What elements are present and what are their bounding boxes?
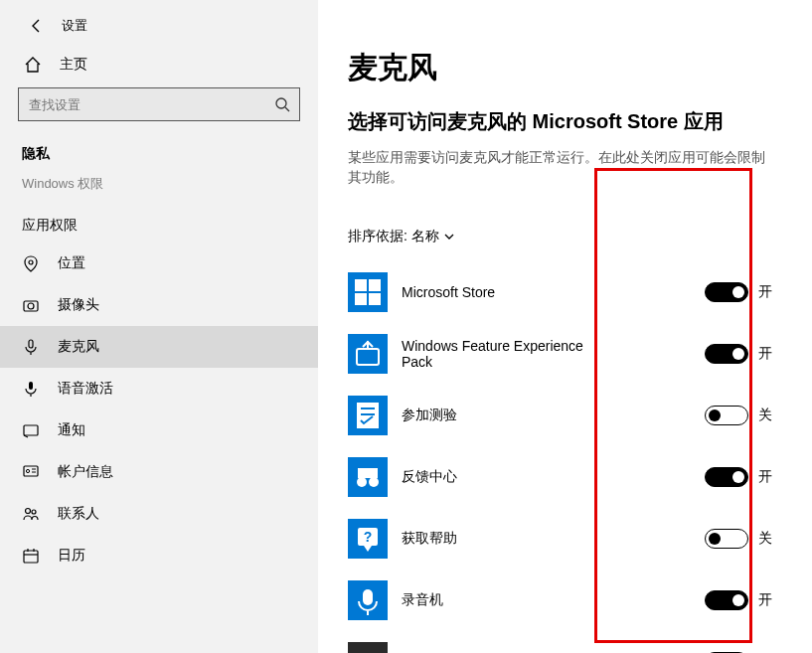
app-icon xyxy=(348,642,388,653)
toggle-cell: 开 xyxy=(705,590,812,610)
sidebar-item-calendar[interactable]: 日历 xyxy=(0,535,318,576)
toggle-switch[interactable] xyxy=(705,282,748,302)
camera-icon xyxy=(22,296,40,314)
svg-line-1 xyxy=(285,107,289,111)
svg-rect-28 xyxy=(358,468,378,478)
toggle-switch[interactable] xyxy=(705,406,748,425)
toggle-cell: 开 xyxy=(705,344,812,364)
app-name: 获取帮助 xyxy=(402,530,610,548)
toggle-state-label: 开 xyxy=(758,283,772,301)
app-icon xyxy=(348,396,388,435)
sidebar-item-label: 麦克风 xyxy=(58,338,99,356)
svg-point-26 xyxy=(357,477,367,487)
app-row: Microsoft Store开 xyxy=(348,261,812,323)
sidebar-item-microphone[interactable]: 麦克风 xyxy=(0,326,318,368)
app-name: Microsoft Store xyxy=(402,284,610,300)
description: 某些应用需要访问麦克风才能正常运行。在此处关闭应用可能会限制其功能。 xyxy=(348,147,765,188)
app-icon xyxy=(348,457,388,497)
svg-rect-22 xyxy=(357,349,379,365)
sidebar-item-voice-activation[interactable]: 语音激活 xyxy=(0,368,318,409)
back-button[interactable] xyxy=(24,14,48,38)
sort-row: 排序依据: 名称 xyxy=(348,228,812,245)
toggle-switch[interactable] xyxy=(705,467,748,487)
svg-rect-21 xyxy=(369,293,381,305)
main-content: 麦克风 选择可访问麦克风的 Microsoft Store 应用 某些应用需要访… xyxy=(318,0,812,653)
app-row: 参加测验关 xyxy=(348,385,812,446)
calendar-icon xyxy=(22,547,40,565)
svg-text:?: ? xyxy=(364,529,373,545)
sidebar-item-label: 联系人 xyxy=(58,505,99,523)
sidebar-item-label: 通知 xyxy=(58,421,85,439)
svg-point-27 xyxy=(369,477,379,487)
search-input[interactable] xyxy=(18,87,300,121)
app-row: 反馈中心开 xyxy=(348,446,812,508)
app-name: Windows Feature Experience Pack xyxy=(402,338,610,370)
sidebar-item-label: 语音激活 xyxy=(58,380,113,398)
app-icon xyxy=(348,580,388,620)
sidebar-item-label: 日历 xyxy=(58,547,85,565)
sidebar-item-account-info[interactable]: 帐户信息 xyxy=(0,451,318,493)
arrow-left-icon xyxy=(28,18,44,34)
toggle-state-label: 关 xyxy=(758,407,772,424)
toggle-cell: 开 xyxy=(705,467,812,487)
svg-rect-6 xyxy=(29,382,33,390)
toggle-cell: 开 xyxy=(705,282,812,302)
chevron-down-icon xyxy=(443,231,455,243)
titlebar: 设置 xyxy=(0,14,318,46)
svg-rect-5 xyxy=(29,340,33,348)
svg-point-2 xyxy=(29,260,33,264)
svg-point-9 xyxy=(26,469,29,472)
voice-icon xyxy=(22,380,40,398)
nav-item-windows-permissions[interactable]: Windows 权限 xyxy=(0,171,318,207)
nav-list: 位置 摄像头 麦克风 语音激活 通知 帐户信息 联系人 日历 xyxy=(0,243,318,576)
search-icon xyxy=(274,96,290,112)
sidebar-item-camera[interactable]: 摄像头 xyxy=(0,284,318,326)
page-title: 麦克风 xyxy=(348,48,812,88)
sort-value-label: 名称 xyxy=(411,228,439,245)
app-icon: ? xyxy=(348,519,388,559)
app-row: 相机开 xyxy=(348,631,812,653)
svg-rect-32 xyxy=(363,589,373,605)
app-icon xyxy=(348,334,388,374)
section-app-permissions: 应用权限 xyxy=(0,207,318,243)
notification-icon xyxy=(22,421,40,439)
toggle-state-label: 开 xyxy=(758,345,772,363)
svg-point-4 xyxy=(28,303,34,309)
microphone-icon xyxy=(22,338,40,356)
toggle-switch[interactable] xyxy=(705,590,748,610)
home-icon xyxy=(24,56,42,74)
app-row: 录音机开 xyxy=(348,570,812,631)
sidebar-item-location[interactable]: 位置 xyxy=(0,243,318,284)
toggle-state-label: 开 xyxy=(758,591,772,609)
app-icon xyxy=(348,272,388,312)
sidebar: 设置 主页 隐私 Windows 权限 应用权限 位置 摄像头 麦克风 语音激活 xyxy=(0,0,318,653)
svg-rect-18 xyxy=(355,279,367,291)
search-container xyxy=(18,87,300,121)
sub-title: 选择可访问麦克风的 Microsoft Store 应用 xyxy=(348,108,812,135)
sort-dropdown[interactable]: 名称 xyxy=(411,228,455,245)
sidebar-item-label: 位置 xyxy=(58,254,85,272)
sidebar-item-notifications[interactable]: 通知 xyxy=(0,409,318,451)
window-title: 设置 xyxy=(62,17,87,35)
sidebar-item-label: 摄像头 xyxy=(58,296,99,314)
home-nav[interactable]: 主页 xyxy=(0,46,318,87)
svg-rect-19 xyxy=(369,279,381,291)
svg-point-0 xyxy=(276,98,286,108)
svg-rect-20 xyxy=(355,293,367,305)
sidebar-item-contacts[interactable]: 联系人 xyxy=(0,493,318,535)
toggle-switch[interactable] xyxy=(705,344,748,364)
contacts-icon xyxy=(22,505,40,523)
app-name: 录音机 xyxy=(402,591,610,609)
app-name: 参加测验 xyxy=(402,407,610,424)
svg-point-13 xyxy=(32,510,36,514)
svg-point-12 xyxy=(26,509,31,514)
toggle-switch[interactable] xyxy=(705,529,748,549)
app-list: Microsoft Store开Windows Feature Experien… xyxy=(348,261,812,653)
app-name: 反馈中心 xyxy=(402,468,610,486)
toggle-state-label: 关 xyxy=(758,530,772,548)
toggle-state-label: 开 xyxy=(758,468,772,486)
toggle-cell: 关 xyxy=(705,529,812,549)
sort-prefix: 排序依据: xyxy=(348,228,407,245)
app-row: Windows Feature Experience Pack开 xyxy=(348,323,812,385)
app-row: ?获取帮助关 xyxy=(348,508,812,570)
